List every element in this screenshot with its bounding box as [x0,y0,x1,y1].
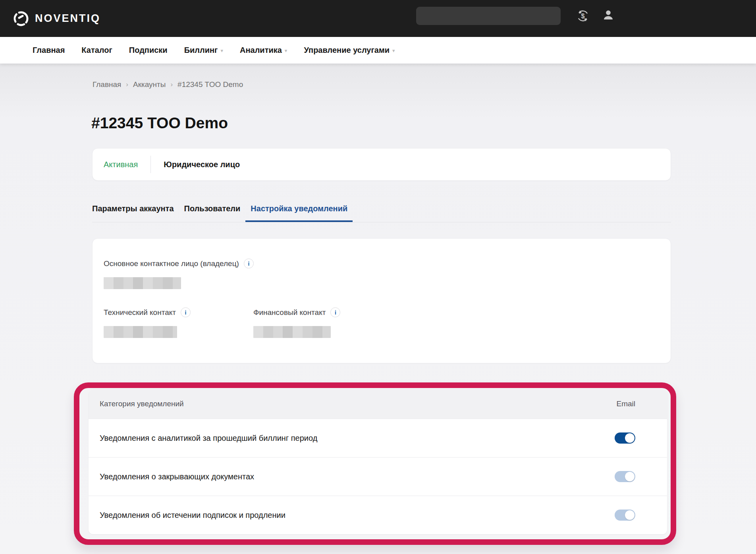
svg-text:$: $ [581,13,585,19]
breadcrumb-item-current: #12345 TOO Demo [177,80,243,89]
email-toggle-1[interactable] [615,471,635,482]
status-card: Активная Юридическое лицо [92,148,671,181]
redacted-financial-value [253,326,331,338]
user-icon[interactable] [602,9,615,23]
tab-account-parameters[interactable]: Параметры аккаунта [87,201,179,222]
email-column-header: Email [616,400,635,408]
notifications-header: Категория уведомлений Email [89,389,667,419]
brand-logo[interactable]: NOVENTIQ [12,10,100,28]
nav-item-home[interactable]: Главная [33,46,65,55]
nav-item-billing[interactable]: Биллинг ▾ [184,46,223,55]
toggle-knob [625,510,634,520]
notification-label: Уведомления о закрывающих документах [100,472,254,481]
info-icon[interactable]: i [181,307,191,317]
owner-contact-label: Основное контактное лицо (владелец) [104,259,239,268]
topbar: NOVENTIQ $ [0,0,756,37]
status-badge: Активная [104,160,138,169]
currency-exchange-icon[interactable]: $ [576,9,590,25]
search-input[interactable] [416,7,561,25]
chevron-down-icon: ▾ [285,48,287,54]
entity-type-label: Юридическое лицо [164,160,240,169]
financial-contact-label: Финансовый контакт [253,308,326,317]
account-tabs: Параметры аккаунта Пользователи Настройк… [92,201,671,222]
toggle-knob [625,472,634,481]
chevron-down-icon: ▾ [392,48,395,54]
notification-label: Уведомления об истечении подписок и прод… [100,511,285,520]
card-divider [150,156,151,173]
info-icon[interactable]: i [330,307,340,317]
annotation-highlight: Категория уведомлений Email Уведомления … [74,382,676,545]
breadcrumb-item-home[interactable]: Главная [93,80,121,89]
account-page: NOVENTIQ $ Главная Ка [0,0,756,554]
notification-row: Уведомления об истечении подписок и прод… [89,496,667,534]
main-nav: Главная Каталог Подписки Биллинг ▾ Анали… [0,37,756,64]
breadcrumb: Главная › Аккаунты › #12345 TOO Demo [93,80,243,89]
nav-item-catalog[interactable]: Каталог [81,46,112,55]
tab-notification-settings[interactable]: Настройка уведомлений [245,201,353,222]
category-column-header: Категория уведомлений [100,400,184,408]
email-toggle-2[interactable] [615,510,635,521]
breadcrumb-separator: › [126,81,128,89]
chevron-down-icon: ▾ [220,48,223,54]
redacted-technical-value [104,326,177,338]
notifications-card: Категория уведомлений Email Уведомления … [89,389,667,534]
technical-contact-label: Технический контакт [104,308,176,317]
info-icon[interactable]: i [244,259,254,268]
nav-item-subscriptions[interactable]: Подписки [129,46,168,55]
page-title: #12345 TOO Demo [91,114,228,132]
breadcrumb-item-accounts[interactable]: Аккаунты [133,80,166,89]
breadcrumb-separator: › [170,81,173,89]
toggle-knob [625,433,634,443]
logo-mark-icon [12,10,30,28]
notification-label: Уведомления с аналитикой за прошедший би… [100,434,317,443]
brand-name: NOVENTIQ [35,12,100,25]
tab-users[interactable]: Пользователи [179,201,246,222]
notification-row: Уведомления с аналитикой за прошедший би… [89,419,667,457]
email-toggle-0[interactable] [615,432,635,444]
nav-item-service-management[interactable]: Управление услугами ▾ [304,46,395,55]
redacted-owner-value [104,277,181,289]
contacts-card: Основное контактное лицо (владелец) i Те… [92,238,671,363]
notification-row: Уведомления о закрывающих документах [89,457,667,496]
nav-item-analytics[interactable]: Аналитика ▾ [240,46,287,55]
